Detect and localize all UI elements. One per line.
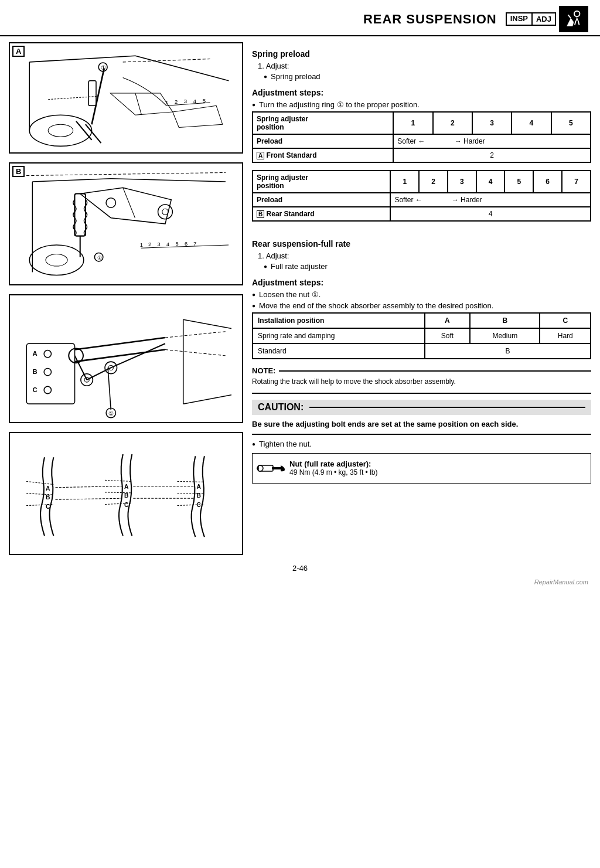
svg-text:A: A [33, 350, 38, 357]
adj-label: ADJ [533, 13, 555, 25]
svg-line-59 [165, 350, 226, 356]
svg-text:①: ① [101, 64, 106, 71]
svg-rect-94 [272, 467, 281, 469]
spring-preload-section: Spring preload 1. Adjust: Spring preload… [252, 49, 591, 109]
svg-line-3 [568, 15, 571, 18]
torque-box: Nut (full rate adjuster): 49 Nm (4.9 m •… [252, 453, 591, 484]
svg-text:C: C [33, 386, 38, 393]
svg-text:A: A [46, 485, 50, 492]
table1-col-header: Spring adjusterposition [253, 112, 393, 134]
svg-line-2 [578, 20, 579, 25]
torque-label: Nut (full rate adjuster): [289, 459, 371, 468]
table2-preload-range: Softer ← → Harder [390, 193, 591, 207]
svg-line-53 [75, 338, 165, 350]
table1-preload-label: Preload [253, 134, 393, 148]
note-section: NOTE: Rotating the track will help to mo… [252, 366, 591, 387]
svg-point-42 [106, 198, 115, 207]
diagram-a-svg: 1 2 3 4 5 ① [10, 43, 242, 152]
diagram-b-svg: 1 2 3 4 5 6 7 ① [10, 164, 242, 284]
table2-preload-label: Preload [253, 193, 390, 207]
fullrate-bullet1: Full rate adjuster [264, 262, 591, 271]
svg-line-24 [26, 172, 226, 175]
install-col3: C [540, 313, 591, 328]
table2-col1: 1 [390, 171, 419, 193]
svg-point-0 [574, 11, 580, 16]
svg-line-22 [123, 59, 210, 62]
diagram-c-svg: A B C ① [10, 295, 242, 422]
diagram-c: A B C ① [9, 294, 243, 423]
svg-point-40 [158, 205, 173, 219]
svg-point-17 [29, 115, 91, 146]
note-label: NOTE: [252, 366, 591, 375]
table2-standard-val: 4 [390, 207, 591, 221]
svg-text:4: 4 [166, 241, 169, 247]
watermark: RepairManual.com [0, 578, 600, 588]
spring-rate-label: Spring rate and damping [253, 328, 425, 343]
svg-point-18 [48, 124, 73, 137]
svg-point-37 [29, 245, 84, 275]
svg-text:4: 4 [193, 98, 197, 104]
svg-point-38 [46, 254, 67, 267]
install-table: Installation position A B C Spring rate … [252, 312, 591, 359]
adj-step-bullet: Turn the adjusting ring ① to the proper … [252, 100, 591, 109]
torque-text: Nut (full rate adjuster): 49 Nm (4.9 m •… [289, 459, 377, 476]
table1-col2: 2 [433, 112, 472, 134]
svg-line-5 [135, 56, 229, 81]
adj-steps-heading: Adjustment steps: [252, 88, 591, 97]
caution-divider [252, 434, 591, 435]
install-col2: B [470, 313, 540, 328]
fullrate-adj-text2: Move the end of the shock absorber assem… [259, 301, 493, 310]
diagram-a-label: A [12, 46, 25, 57]
svg-text:2: 2 [175, 98, 178, 105]
svg-rect-25 [74, 194, 86, 236]
svg-text:C: C [124, 502, 129, 508]
note-text: Rotating the track will help to move the… [252, 376, 591, 387]
install-col0: Installation position [253, 313, 425, 328]
wrench-icon [559, 6, 588, 32]
svg-line-58 [165, 332, 226, 338]
spring-preload-bullet: Spring preload [264, 72, 591, 81]
caution-tighten-bullet: Tighten the nut. [252, 440, 591, 448]
svg-line-4 [29, 56, 135, 62]
diagrams-column: A 1 2 3 4 5 ① [9, 42, 243, 555]
fullrate-adj-bullet2: Move the end of the shock absorber assem… [252, 301, 591, 310]
standard-label: Standard [253, 343, 425, 359]
svg-text:C: C [46, 503, 50, 510]
svg-line-45 [111, 179, 226, 182]
spring-rate-a: Soft [425, 328, 470, 343]
caution-section: CAUTION: Be sure the adjusting bolt ends… [252, 400, 591, 484]
wrench-svg [562, 8, 585, 30]
table1-standard-label: A Front Standard [253, 148, 393, 162]
svg-text:5: 5 [175, 241, 178, 247]
table1-col1: 1 [393, 112, 432, 134]
svg-text:6: 6 [185, 241, 188, 247]
svg-point-51 [44, 368, 51, 375]
svg-line-39 [123, 188, 135, 218]
svg-point-41 [162, 209, 168, 215]
svg-line-65 [87, 367, 111, 380]
svg-line-80 [105, 480, 132, 481]
fullrate-section: Rear suspension-full rate 1. Adjust: Ful… [252, 239, 591, 310]
svg-text:7: 7 [193, 241, 196, 247]
caution-text: Be sure the adjusting bolt ends are set … [252, 418, 591, 430]
table1-standard-val: 2 [393, 148, 591, 162]
insp-adj-badge: INSP ADJ [506, 12, 556, 26]
standard-val: B [425, 343, 591, 359]
front-spring-table: Spring adjusterposition 1 2 3 4 5 Preloa… [252, 111, 591, 163]
rear-spring-table: Spring adjusterposition 1 2 3 4 5 6 7 Pr… [252, 170, 591, 222]
svg-text:①: ① [97, 255, 102, 261]
spring-rate-c: Hard [540, 328, 591, 343]
page-header: REAR SUSPENSION INSP ADJ [0, 0, 600, 36]
svg-line-68 [183, 319, 231, 328]
diagram-b-label: B [12, 166, 25, 177]
svg-line-70 [183, 395, 231, 404]
svg-text:3: 3 [184, 98, 187, 104]
diagram-d: A B C A B C A B C [9, 432, 243, 555]
svg-point-52 [44, 386, 51, 393]
fullrate-heading: Rear suspension-full rate [252, 239, 591, 249]
svg-text:①: ① [108, 410, 114, 417]
table2-col2: 2 [419, 171, 448, 193]
table2-col4: 4 [476, 171, 505, 193]
table1-col4: 4 [512, 112, 551, 134]
table2-col5: 5 [504, 171, 533, 193]
